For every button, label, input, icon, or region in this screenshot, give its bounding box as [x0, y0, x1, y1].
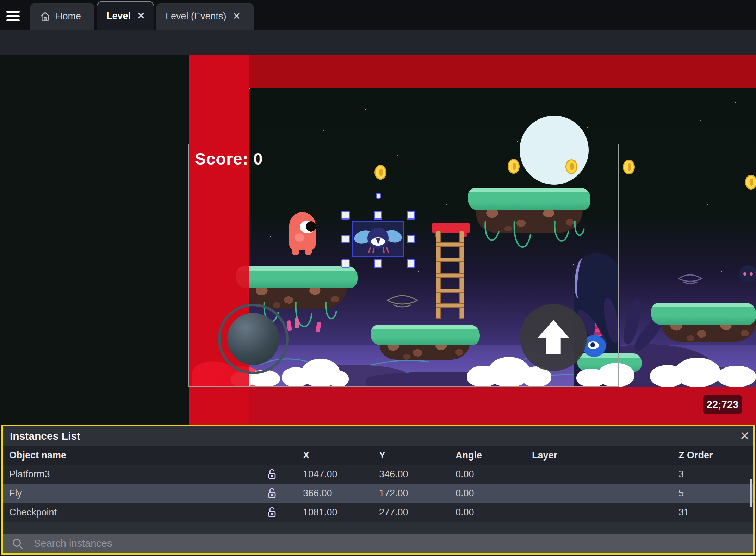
panel-gap: [3, 522, 753, 534]
instances-list-panel: Instances List ✕ Object name X Y Angle L…: [1, 425, 755, 555]
column-header-object-name[interactable]: Object name: [9, 450, 66, 461]
resize-handle-n[interactable]: [374, 211, 382, 220]
cloud: [650, 358, 756, 387]
arrow-up-icon: [538, 320, 569, 354]
eye-decoration: [677, 271, 703, 287]
unlock-icon[interactable]: [266, 468, 278, 481]
instance-angle[interactable]: 0.00: [456, 469, 474, 480]
hamburger-menu-icon[interactable]: [6, 8, 20, 22]
coin[interactable]: [623, 160, 635, 174]
resize-handle-s[interactable]: [374, 259, 382, 268]
tab-bar: Home Level ✕ Level (Events) ✕: [0, 0, 756, 30]
instance-x[interactable]: 1081.00: [303, 507, 337, 518]
platform-right[interactable]: [651, 303, 756, 325]
search-bar: [3, 534, 753, 553]
instance-y[interactable]: 346.00: [379, 469, 408, 480]
tab-level-events[interactable]: Level (Events) ✕: [156, 3, 254, 30]
toolbar: Preview Publish: [0, 30, 756, 55]
instance-x[interactable]: 366.00: [303, 488, 332, 499]
instance-z-order[interactable]: 3: [678, 469, 684, 480]
score-hud-text: Score: 0: [195, 149, 263, 168]
unlock-icon[interactable]: [266, 487, 278, 500]
coin[interactable]: [745, 175, 756, 190]
resize-handle-se[interactable]: [407, 259, 415, 268]
panel-title-bar: Instances List: [3, 426, 753, 446]
table-row[interactable]: Platform3 1047.00 346.00 0.00 3: [3, 465, 753, 484]
unlock-icon[interactable]: [266, 506, 278, 519]
tab-level[interactable]: Level ✕: [97, 1, 154, 30]
home-icon: [39, 11, 51, 22]
instance-angle[interactable]: 0.00: [456, 488, 474, 499]
app-window: Home Level ✕ Level (Events) ✕ Preview: [0, 0, 756, 556]
column-header-angle[interactable]: Angle: [456, 450, 482, 461]
instance-name: Platform3: [9, 469, 50, 480]
panel-title: Instances List: [10, 430, 80, 442]
instance-angle[interactable]: 0.00: [456, 507, 474, 518]
instance-name: Fly: [9, 488, 22, 499]
red-band-top: [249, 55, 756, 88]
table-row-selected[interactable]: Fly 366.00 172.00 0.00 5: [3, 484, 753, 503]
column-header-y[interactable]: Y: [379, 450, 385, 461]
bat-enemy[interactable]: [739, 265, 756, 282]
search-instances-input[interactable]: [33, 537, 667, 550]
rotation-handle[interactable]: [376, 193, 381, 199]
scrollbar-thumb[interactable]: [750, 479, 752, 507]
resize-handle-nw[interactable]: [341, 211, 350, 220]
tab-home[interactable]: Home: [30, 3, 94, 30]
tab-level-events-label: Level (Events): [166, 11, 227, 22]
instance-z-order[interactable]: 31: [678, 507, 689, 518]
scene-editor-canvas[interactable]: Score: 0 22;723: [0, 55, 756, 425]
tab-level-events-close-icon[interactable]: ✕: [231, 11, 242, 22]
tab-home-label: Home: [56, 11, 81, 22]
column-header-layer[interactable]: Layer: [532, 450, 557, 461]
resize-handle-sw[interactable]: [341, 259, 350, 268]
cursor-coordinates-badge: 22;723: [703, 395, 742, 414]
instance-x[interactable]: 1047.00: [303, 469, 337, 480]
instance-y[interactable]: 172.00: [379, 488, 408, 499]
tab-level-label: Level: [106, 11, 131, 21]
instance-z-order[interactable]: 5: [678, 488, 684, 499]
column-header-z-order[interactable]: Z Order: [678, 450, 713, 461]
table-row[interactable]: Checkpoint 1081.00 277.00 0.00 31: [3, 503, 753, 522]
resize-handle-e[interactable]: [407, 235, 415, 243]
tab-level-close-icon[interactable]: ✕: [136, 11, 147, 21]
jump-button[interactable]: [520, 304, 587, 371]
table-header-row: Object name X Y Angle Layer Z Order: [3, 446, 753, 465]
stars: [249, 88, 250, 89]
instance-name: Checkpoint: [9, 507, 57, 518]
instance-y[interactable]: 277.00: [379, 507, 408, 518]
red-band-bottom: [249, 387, 756, 425]
fly-enemy-selected[interactable]: [353, 222, 403, 256]
resize-handle-ne[interactable]: [407, 211, 415, 220]
resize-handle-w[interactable]: [341, 235, 350, 243]
panel-close-icon[interactable]: ✕: [738, 429, 752, 443]
joystick-knob[interactable]: [227, 313, 279, 365]
column-header-x[interactable]: X: [303, 450, 309, 461]
search-icon: [11, 537, 24, 550]
